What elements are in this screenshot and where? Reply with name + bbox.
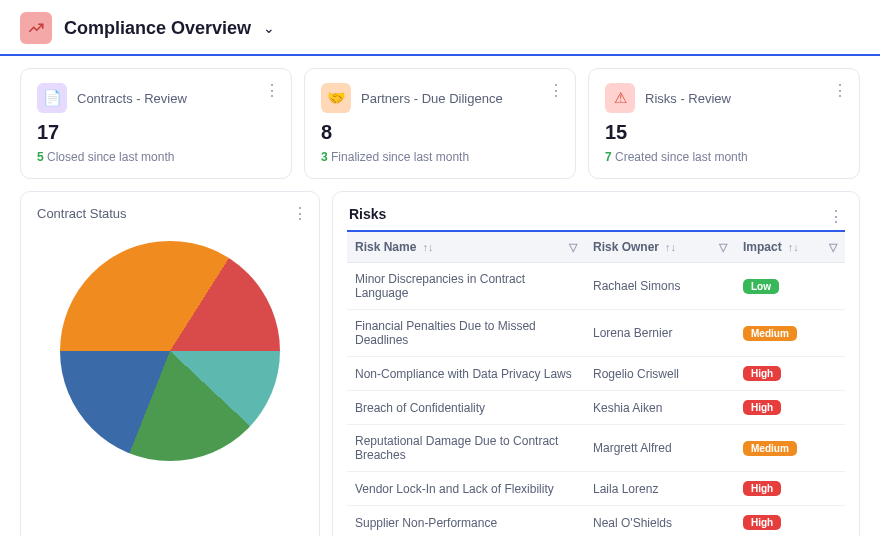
cell-risk-name: Non-Compliance with Data Privacy Laws (347, 357, 585, 390)
chart-title: Contract Status (37, 206, 303, 221)
card-menu-icon[interactable]: ⋮ (828, 207, 845, 226)
cell-risk-owner: Rogelio Criswell (585, 357, 735, 390)
filter-icon[interactable]: ▽ (569, 241, 577, 254)
cell-risk-owner: Rachael Simons (585, 263, 735, 309)
card-menu-icon[interactable]: ⋮ (292, 204, 309, 223)
cell-risk-owner: Margrett Alfred (585, 425, 735, 471)
table-row[interactable]: Reputational Damage Due to Contract Brea… (347, 425, 845, 472)
stat-card-risks: ⋮ ⚠ Risks - Review 15 7 Created since la… (588, 68, 860, 179)
cell-risk-owner: Neal O'Shields (585, 506, 735, 536)
impact-badge: High (743, 481, 781, 496)
col-impact[interactable]: Impact ↑↓▽ (735, 232, 845, 262)
cell-impact: Medium (735, 425, 845, 471)
cell-risk-owner: Lorena Bernier (585, 310, 735, 356)
risks-table-header: Risk Name ↑↓▽ Risk Owner ↑↓▽ Impact ↑↓▽ (347, 230, 845, 263)
stat-subtext: 7 Created since last month (605, 150, 843, 164)
stat-title: Partners - Due Diligence (361, 91, 503, 106)
impact-badge: Medium (743, 326, 797, 341)
sort-icon[interactable]: ↑↓ (665, 241, 676, 253)
risks-card: Risks ⋮ Risk Name ↑↓▽ Risk Owner ↑↓▽ Imp… (332, 191, 860, 536)
card-menu-icon[interactable]: ⋮ (832, 81, 849, 100)
cell-impact: High (735, 472, 845, 505)
table-row[interactable]: Vendor Lock-In and Lack of FlexibilityLa… (347, 472, 845, 506)
cell-risk-name: Minor Discrepancies in Contract Language (347, 263, 585, 309)
col-risk-owner[interactable]: Risk Owner ↑↓▽ (585, 232, 735, 262)
sort-icon[interactable]: ↑↓ (422, 241, 433, 253)
card-menu-icon[interactable]: ⋮ (264, 81, 281, 100)
contracts-icon: 📄 (37, 83, 67, 113)
card-menu-icon[interactable]: ⋮ (548, 81, 565, 100)
filter-icon[interactable]: ▽ (719, 241, 727, 254)
cell-impact: High (735, 391, 845, 424)
cell-risk-owner: Keshia Aiken (585, 391, 735, 424)
table-row[interactable]: Breach of ConfidentialityKeshia AikenHig… (347, 391, 845, 425)
cell-impact: High (735, 506, 845, 536)
cell-risk-name: Supplier Non-Performance (347, 506, 585, 536)
page-title[interactable]: Compliance Overview (64, 18, 251, 39)
table-row[interactable]: Minor Discrepancies in Contract Language… (347, 263, 845, 310)
sort-icon[interactable]: ↑↓ (788, 241, 799, 253)
stat-card-contracts: ⋮ 📄 Contracts - Review 17 5 Closed since… (20, 68, 292, 179)
cell-risk-name: Breach of Confidentiality (347, 391, 585, 424)
stat-subtext: 5 Closed since last month (37, 150, 275, 164)
stat-value: 8 (321, 121, 559, 144)
cell-risk-owner: Laila Lorenz (585, 472, 735, 505)
stats-row: ⋮ 📄 Contracts - Review 17 5 Closed since… (0, 56, 880, 191)
chart-line-icon (20, 12, 52, 44)
cell-impact: Medium (735, 310, 845, 356)
page-header: Compliance Overview ⌄ (0, 0, 880, 56)
cell-risk-name: Vendor Lock-In and Lack of Flexibility (347, 472, 585, 505)
col-risk-name[interactable]: Risk Name ↑↓▽ (347, 232, 585, 262)
impact-badge: Medium (743, 441, 797, 456)
impact-badge: High (743, 400, 781, 415)
stat-title: Contracts - Review (77, 91, 187, 106)
impact-badge: Low (743, 279, 779, 294)
stat-card-partners: ⋮ 🤝 Partners - Due Diligence 8 3 Finaliz… (304, 68, 576, 179)
cell-risk-name: Financial Penalties Due to Missed Deadli… (347, 310, 585, 356)
filter-icon[interactable]: ▽ (829, 241, 837, 254)
risks-table-body: Minor Discrepancies in Contract Language… (347, 263, 845, 536)
stat-title: Risks - Review (645, 91, 731, 106)
table-row[interactable]: Non-Compliance with Data Privacy LawsRog… (347, 357, 845, 391)
partners-icon: 🤝 (321, 83, 351, 113)
pie-chart (37, 231, 303, 467)
chart-card-contract-status: ⋮ Contract Status (20, 191, 320, 536)
stat-value: 15 (605, 121, 843, 144)
cell-risk-name: Reputational Damage Due to Contract Brea… (347, 425, 585, 471)
table-row[interactable]: Supplier Non-PerformanceNeal O'ShieldsHi… (347, 506, 845, 536)
cell-impact: High (735, 357, 845, 390)
impact-badge: High (743, 366, 781, 381)
table-row[interactable]: Financial Penalties Due to Missed Deadli… (347, 310, 845, 357)
risks-title: Risks (347, 202, 388, 230)
stat-subtext: 3 Finalized since last month (321, 150, 559, 164)
stat-value: 17 (37, 121, 275, 144)
risks-icon: ⚠ (605, 83, 635, 113)
impact-badge: High (743, 515, 781, 530)
cell-impact: Low (735, 263, 845, 309)
chevron-down-icon[interactable]: ⌄ (263, 20, 275, 36)
